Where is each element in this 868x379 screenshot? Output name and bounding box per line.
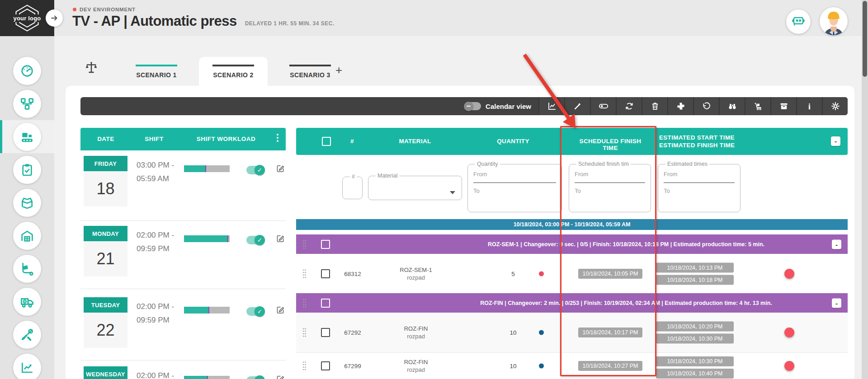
edit-shift-button[interactable]	[276, 164, 285, 173]
row-checkbox[interactable]	[321, 269, 330, 278]
toggle-check: ✓	[255, 306, 265, 317]
estimated-times-filter[interactable]: Estimated times From To	[658, 161, 741, 212]
workload-bar	[184, 235, 230, 242]
sidebar-item-tasks[interactable]	[0, 153, 54, 186]
settings-button[interactable]	[822, 97, 848, 115]
hash-filter[interactable]: #	[342, 173, 363, 199]
undo-icon	[702, 102, 711, 111]
col-hash: #	[343, 138, 361, 145]
user-avatar[interactable]	[820, 7, 848, 35]
sidebar-item-workflows[interactable]	[0, 87, 54, 120]
wand-button[interactable]	[564, 97, 590, 115]
scrollbar-thumb[interactable]	[863, 1, 867, 77]
estimated-finish-chip: 10/18/2024, 10:30 PM	[656, 334, 734, 344]
tab-scenario-2[interactable]: SCENARIO 2	[199, 57, 268, 86]
scheduled-from-input[interactable]: From	[575, 171, 645, 178]
sidebar-item-dashboard[interactable]	[0, 54, 54, 87]
shift-enabled-toggle[interactable]: ✓	[246, 376, 264, 379]
edit-shift-button[interactable]	[276, 374, 285, 379]
status-indicator	[784, 269, 794, 279]
job-row-68312[interactable]: 68312 ROZ-SEM-1 rozpad 5 10/18/2024, 10:…	[296, 254, 848, 293]
undo-button[interactable]	[693, 97, 719, 115]
sidebar-item-shipping[interactable]	[0, 285, 54, 318]
toggle-icon	[598, 102, 609, 111]
collapse-all-button[interactable]: -	[831, 136, 840, 146]
row-checkbox[interactable]	[321, 328, 330, 337]
tab-scenario-1[interactable]: SCENARIO 1	[122, 57, 191, 86]
drag-handle[interactable]	[302, 328, 307, 337]
search-jobs-button[interactable]	[719, 97, 745, 115]
drag-handle[interactable]	[302, 239, 307, 249]
trolley-icon	[754, 102, 763, 111]
edit-shift-button[interactable]	[276, 234, 285, 243]
trend-chart-button[interactable]	[538, 97, 564, 115]
priority-dot	[539, 330, 544, 335]
group-checkbox[interactable]	[321, 240, 330, 249]
toolbar-buttons: i	[538, 97, 848, 115]
sidebar-item-production[interactable]	[0, 120, 54, 153]
sidebar-item-analytics[interactable]	[0, 351, 54, 379]
page-scrollbar[interactable]	[862, 0, 868, 379]
quantity-filter[interactable]: Quantity From To	[467, 161, 562, 212]
group-row-roz-sem-1[interactable]: ROZ-SEM-1 | Changeover: 0 sec. | 0/5 | F…	[296, 234, 848, 254]
estimated-from-input[interactable]: From	[664, 171, 735, 178]
quantity-from-input[interactable]: From	[473, 171, 556, 178]
arrow-right-icon	[51, 14, 58, 22]
drag-handle[interactable]	[302, 361, 307, 371]
toggle-knob	[464, 102, 473, 111]
delete-button[interactable]	[642, 97, 667, 115]
job-quantity: 10	[497, 329, 529, 336]
day-card: MONDAY 21	[84, 226, 127, 276]
job-row-67299[interactable]: 67299 ROZ-FIN rozpad 10 10/18/2024, 10:2…	[296, 353, 848, 379]
row-checkbox[interactable]	[321, 361, 330, 370]
sidebar-item-materials[interactable]	[0, 186, 54, 219]
trolley-button[interactable]	[745, 97, 770, 115]
shift-enabled-toggle[interactable]: ✓	[246, 166, 264, 174]
sidebar-item-maintenance[interactable]	[0, 318, 54, 351]
col-date: DATE	[92, 136, 119, 142]
chat-bot-button[interactable]	[786, 9, 811, 34]
tab-scenario-3[interactable]: SCENARIO 3	[276, 57, 344, 86]
scheduled-finish-filter[interactable]: Scheduled finish tim From To	[569, 161, 651, 212]
group-summary: ROZ-SEM-1 | Changeover: 0 sec. | 0/5 | F…	[432, 241, 821, 248]
shift-options-menu[interactable]	[277, 134, 278, 142]
plugins-button[interactable]	[667, 97, 693, 115]
refresh-button[interactable]	[616, 97, 642, 115]
archive-button[interactable]	[770, 97, 796, 115]
scheduled-finish-chip: 10/18/2024, 10:05 PM	[578, 269, 642, 279]
scheduled-to-input[interactable]: To	[575, 187, 645, 194]
sidebar-item-handling[interactable]	[0, 252, 54, 285]
calendar-view-toggle[interactable]	[465, 102, 481, 110]
compare-scenarios-button[interactable]	[84, 61, 99, 75]
workload-bar	[184, 376, 230, 379]
day-card: TUESDAY 22	[84, 297, 127, 348]
select-all-checkbox[interactable]	[322, 137, 331, 146]
info-button[interactable]: i	[796, 97, 822, 115]
chevron-down-icon	[450, 191, 455, 194]
job-quantity: 10	[497, 363, 529, 370]
info-icon: i	[808, 102, 811, 111]
quantity-to-input[interactable]: To	[473, 187, 556, 194]
scenario-tabs: SCENARIO 1 SCENARIO 2 SCENARIO 3	[122, 57, 344, 86]
group-checkbox[interactable]	[321, 299, 330, 308]
estimated-times-cell: 10/18/2024, 10:30 PM 10/18/2024, 10:40 P…	[656, 356, 734, 379]
edit-shift-button[interactable]	[276, 305, 285, 314]
collapse-group-button[interactable]: -	[832, 298, 841, 308]
visibility-toggle-button[interactable]	[590, 97, 616, 115]
edit-pencil-icon	[276, 234, 285, 243]
collapse-group-button[interactable]: -	[832, 239, 841, 249]
estimated-to-input[interactable]: To	[664, 187, 735, 194]
group-row-roz-fin[interactable]: ROZ-FIN | Changeover: 2 min. | 0/253 | F…	[296, 293, 848, 313]
scheduled-finish-cell: 10/18/2024, 10:05 PM	[575, 269, 646, 279]
sidebar-item-warehouse[interactable]	[0, 219, 54, 252]
job-material: ROZ-FIN rozpad	[380, 325, 452, 340]
shift-enabled-toggle[interactable]: ✓	[246, 236, 264, 244]
shift-enabled-toggle[interactable]: ✓	[246, 307, 264, 316]
sidebar-collapse-button[interactable]	[46, 9, 63, 27]
clipboard-check-icon	[20, 163, 34, 177]
job-row-67292[interactable]: 67292 ROZ-FIN rozpad 10 10/18/2024, 10:1…	[296, 313, 848, 352]
title-row: TV - AP | Automatic press DELAYED 1 HR. …	[72, 14, 335, 29]
drag-handle[interactable]	[302, 298, 307, 308]
drag-handle[interactable]	[302, 269, 307, 279]
material-filter-select[interactable]: Material	[368, 173, 462, 200]
